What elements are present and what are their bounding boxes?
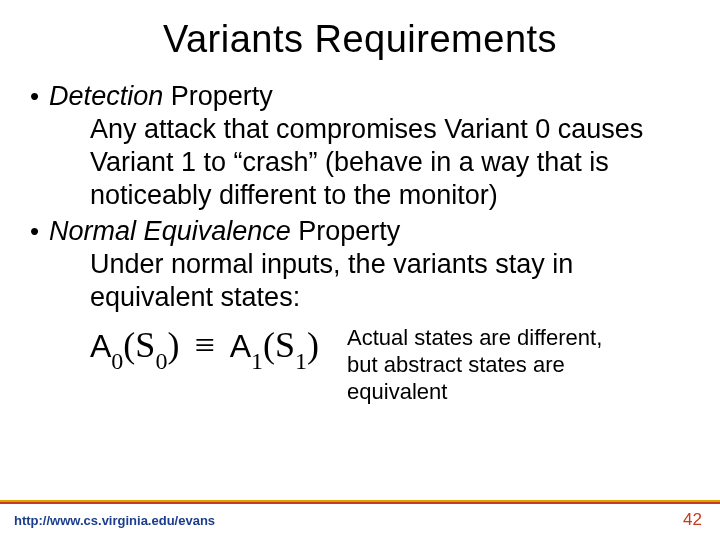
detection-rest: Property — [163, 81, 273, 111]
bullet-equivalence-line: Normal Equivalence Property — [49, 214, 400, 248]
equivalence-term: Normal Equivalence — [49, 216, 291, 246]
slide: Variants Requirements • Detection Proper… — [0, 0, 720, 540]
detection-body: Any attack that compromises Variant 0 ca… — [90, 113, 680, 212]
bullet-detection: • Detection Property — [30, 79, 690, 113]
slide-title: Variants Requirements — [30, 18, 690, 61]
footer-url: http://www.cs.virginia.edu/evans — [14, 513, 215, 528]
page-number: 42 — [683, 510, 702, 530]
formula-open1: ( — [123, 325, 135, 365]
formula-open2: ( — [263, 325, 275, 365]
footer-row: http://www.cs.virginia.edu/evans 42 — [0, 504, 720, 540]
detection-term: Detection — [49, 81, 163, 111]
formula-A0: A — [90, 328, 111, 364]
footer: http://www.cs.virginia.edu/evans 42 — [0, 500, 720, 540]
bullet-detection-line: Detection Property — [49, 79, 273, 113]
formula-sub-1b: 1 — [295, 348, 307, 374]
equivalence-body: Under normal inputs, the variants stay i… — [90, 248, 680, 314]
formula-A1: A — [230, 328, 251, 364]
formula-S1: S — [275, 325, 295, 365]
bullet-dot: • — [30, 214, 39, 248]
formula-sub-1a: 1 — [251, 348, 263, 374]
formula-close1: ) — [167, 325, 179, 365]
bullet-equivalence: • Normal Equivalence Property — [30, 214, 690, 248]
formula-row: A0(S0) ≡ A1(S1) Actual states are differ… — [90, 324, 690, 405]
formula: A0(S0) ≡ A1(S1) — [90, 324, 319, 371]
formula-sub-0a: 0 — [111, 348, 123, 374]
formula-note: Actual states are different, but abstrac… — [347, 324, 607, 405]
formula-close2: ) — [307, 325, 319, 365]
bullet-dot: • — [30, 79, 39, 113]
formula-S0: S — [135, 325, 155, 365]
formula-sub-0b: 0 — [155, 348, 167, 374]
equivalence-rest: Property — [291, 216, 401, 246]
formula-equiv: ≡ — [188, 325, 220, 365]
